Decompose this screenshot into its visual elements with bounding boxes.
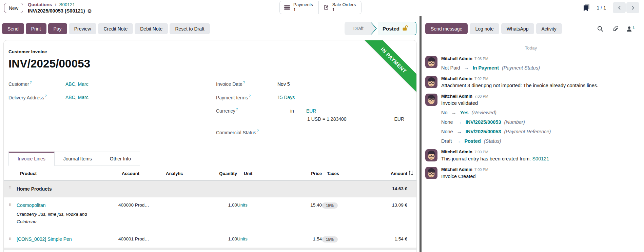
- section-amount: 14.63 €: [363, 181, 407, 197]
- message-author: Mitchell Admin: [441, 94, 472, 99]
- whatsapp-button[interactable]: WhatsApp: [501, 23, 534, 34]
- table-section-row[interactable]: ⠿ Home Products 14.63 €: [4, 181, 416, 197]
- unit-cell: Units: [237, 197, 268, 231]
- price-cell[interactable]: 15.40: [268, 197, 322, 231]
- price-cell[interactable]: 1.54: [268, 231, 322, 248]
- tracking-old-value: Not Paid: [441, 65, 460, 71]
- credit-note-button[interactable]: Credit Note: [98, 23, 133, 34]
- customer-value[interactable]: ABC, Marc: [65, 81, 89, 87]
- odoo-invoice-app: New Quotations / S00121 INV/2025/00053 (…: [0, 0, 644, 252]
- pay-button[interactable]: Pay: [48, 23, 67, 34]
- account-cell[interactable]: 400000 Prod…: [118, 197, 162, 231]
- sale-orders-smart-button[interactable]: Sale Orders 1: [318, 1, 361, 14]
- tax-tag[interactable]: 15%: [322, 236, 338, 243]
- tab-other-info[interactable]: Other Info: [101, 152, 140, 166]
- preview-button[interactable]: Preview: [69, 23, 97, 34]
- statusbar[interactable]: Draft Posted: [345, 22, 416, 35]
- invoice-date-value[interactable]: Nov 5: [277, 81, 290, 87]
- content: SendPrintPayPreviewCredit NoteDebit Note…: [0, 16, 644, 252]
- search-messages-icon[interactable]: [597, 26, 603, 32]
- taxes-cell[interactable]: 15%: [322, 197, 363, 231]
- status-posted[interactable]: Posted: [378, 22, 416, 35]
- pager-previous-button[interactable]: [613, 2, 626, 13]
- analytic-cell[interactable]: [162, 197, 205, 231]
- column-header-taxes: Taxes: [322, 166, 363, 180]
- tab-invoice-lines[interactable]: Invoice Lines: [8, 152, 55, 166]
- help-icon[interactable]: ?: [249, 94, 251, 98]
- send-button[interactable]: Send: [2, 23, 24, 34]
- unit-cell: Units: [237, 231, 268, 248]
- message-author: Mitchell Admin: [441, 76, 472, 81]
- tracking-new-value: Posted: [464, 138, 481, 144]
- sale-orders-count: 1: [332, 7, 356, 13]
- payments-smart-button[interactable]: Payments 1: [280, 1, 318, 14]
- tracking-field-name: (Payment Reference): [504, 129, 551, 134]
- unit-link[interactable]: Units: [237, 236, 248, 241]
- column-options-icon[interactable]: [407, 166, 416, 180]
- help-icon[interactable]: ?: [243, 81, 245, 84]
- help-icon[interactable]: ?: [45, 94, 47, 98]
- message-time: 7:00 PM: [474, 94, 488, 98]
- tracking-field-name: (Number): [504, 119, 525, 125]
- help-icon[interactable]: ?: [257, 129, 259, 133]
- toolbar-buttons: SendPrintPayPreviewCredit NoteDebit Note…: [2, 23, 210, 34]
- smart-buttons: Payments 1 Sale Orders 1: [279, 1, 362, 14]
- message-text: Invoice Created: [441, 174, 488, 179]
- avatar[interactable]: [425, 76, 437, 88]
- tab-journal-items[interactable]: Journal Items: [55, 152, 101, 166]
- taxes-cell[interactable]: 15%: [322, 231, 363, 248]
- product-link[interactable]: Cosmopolitan: [17, 202, 46, 208]
- tax-tag[interactable]: 15%: [322, 202, 338, 209]
- gear-icon[interactable]: ⚙: [87, 8, 92, 15]
- message-author: Mitchell Admin: [441, 149, 472, 154]
- avatar[interactable]: [425, 94, 437, 106]
- form-toolbar: SendPrintPayPreviewCredit NoteDebit Note…: [0, 16, 419, 35]
- breadcrumb-separator: /: [55, 2, 56, 7]
- currency-rate[interactable]: 1 USD = 1.283400: [307, 116, 347, 122]
- payments-count: 1: [293, 7, 313, 13]
- payment-terms-value[interactable]: 15 Days: [277, 95, 295, 100]
- currency-value[interactable]: EUR: [306, 108, 316, 114]
- quantity-cell[interactable]: 1.00: [205, 197, 237, 231]
- delivery-address-value[interactable]: ABC, Marc: [65, 95, 89, 100]
- status-draft[interactable]: Draft: [345, 22, 370, 35]
- breadcrumb-s00121[interactable]: S00121: [59, 2, 75, 7]
- avatar[interactable]: [425, 149, 437, 161]
- column-header-amount: Amount: [363, 166, 407, 180]
- quantity-cell[interactable]: 1.00: [205, 231, 237, 248]
- payment-terms-label: Payment terms?: [216, 94, 277, 100]
- debit-note-button[interactable]: Debit Note: [135, 23, 168, 34]
- edit-icon: [323, 4, 329, 11]
- table-row: ⠿[CONS_0002] Simple Pen400001 Prod…1.00U…: [4, 231, 416, 248]
- print-button[interactable]: Print: [26, 23, 46, 34]
- breadcrumb-quotations[interactable]: Quotations: [28, 2, 52, 7]
- drag-handle-icon[interactable]: ⠿: [4, 231, 17, 248]
- account-cell[interactable]: 400001 Prod…: [118, 231, 162, 248]
- drag-handle-icon[interactable]: ⠿: [4, 181, 17, 197]
- message-header: Mitchell Admin7:02 PM: [441, 76, 598, 81]
- message-author: Mitchell Admin: [441, 167, 472, 172]
- tracking-old-value: None: [441, 119, 453, 125]
- unit-link[interactable]: Units: [237, 202, 248, 208]
- help-icon[interactable]: ?: [30, 81, 32, 84]
- message-link[interactable]: S00121: [532, 156, 549, 161]
- top-navbar: New Quotations / S00121 INV/2025/00053 (…: [0, 0, 644, 16]
- activity-button[interactable]: Activity: [536, 23, 562, 34]
- avatar[interactable]: [425, 56, 437, 68]
- message-time: 7:00 PM: [474, 150, 488, 154]
- pager-next-button[interactable]: [626, 2, 639, 13]
- log-note-button[interactable]: Log note: [470, 23, 499, 34]
- amount-cell: 1.54 €: [363, 231, 407, 248]
- drag-handle-icon[interactable]: ⠿: [4, 197, 17, 231]
- bookmark-icon[interactable]: [583, 4, 590, 12]
- product-link[interactable]: [CONS_0002] Simple Pen: [17, 236, 72, 242]
- followers-icon[interactable]: 1: [627, 26, 635, 32]
- analytic-cell[interactable]: [162, 231, 205, 248]
- send-message-button[interactable]: Send message: [425, 23, 468, 34]
- reset-to-draft-button[interactable]: Reset to Draft: [170, 23, 210, 34]
- avatar[interactable]: [425, 167, 437, 179]
- attachments-paperclip-icon[interactable]: [612, 25, 618, 32]
- help-icon[interactable]: ?: [236, 108, 238, 111]
- new-button[interactable]: New: [4, 3, 23, 13]
- notebook-tabs: Invoice LinesJournal ItemsOther Info: [8, 152, 412, 166]
